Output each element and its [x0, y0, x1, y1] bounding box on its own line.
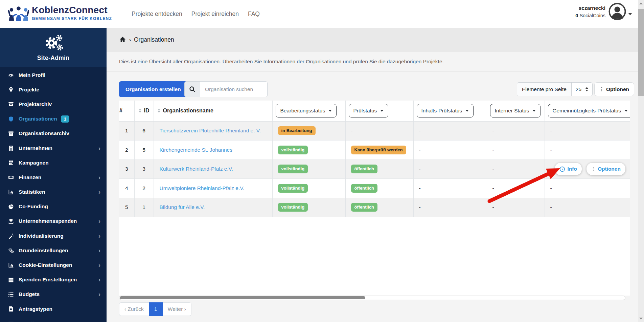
chevron-right-icon: ›: [98, 190, 100, 194]
column-header-id[interactable]: ID: [134, 101, 154, 121]
bar-chart-icon: [8, 262, 15, 268]
per-page-label: Elemente pro Seite: [517, 83, 572, 96]
cell-status: öffentlich: [345, 198, 413, 217]
avatar[interactable]: [608, 3, 626, 20]
info-icon: [559, 166, 565, 172]
nav-link-faq[interactable]: FAQ: [248, 10, 260, 18]
filter-inhalts-pr-fstatus[interactable]: Inhalts-Prüfstatus: [417, 104, 474, 117]
sidebar-item-unternehmensspenden[interactable]: Unternehmensspenden›: [0, 214, 107, 229]
column-header-organisationsname[interactable]: Organisationsname: [154, 101, 272, 121]
sidebar-item-label: Projektarchiv: [19, 101, 52, 107]
cell-row-number: 1: [119, 121, 134, 141]
filter-interner-status[interactable]: Interner Status: [490, 104, 541, 117]
sort-icon[interactable]: [158, 109, 160, 113]
sidebar-item-cookie-einstellungen[interactable]: Cookie-Einstellungen›: [0, 258, 107, 272]
sidebar-item-organisationen[interactable]: Organisationen1: [0, 112, 107, 126]
breadcrumb: › Organisationen: [107, 28, 638, 51]
coins-value: 0: [575, 13, 578, 18]
per-page-select[interactable]: 25: [572, 83, 592, 96]
sidebar-item-spenden-einstellungen[interactable]: Spenden-Einstellungen›: [0, 273, 107, 287]
filter-pr-fstatus[interactable]: Prüfstatus: [349, 104, 389, 117]
status-badge: vollständig: [278, 165, 308, 173]
bar-chart-icon: [8, 189, 15, 195]
table-header-row: #IDOrganisationsnameBearbeitungsstatusPr…: [119, 101, 630, 121]
sidebar-item-label: Cookie-Einstellungen: [19, 262, 72, 268]
sidebar-item-co-funding[interactable]: Co-Funding: [0, 199, 107, 214]
sort-icon[interactable]: [139, 109, 141, 113]
sidebar-item-statistiken[interactable]: Statistiken›: [0, 185, 107, 199]
chevron-right-icon: ›: [98, 277, 100, 282]
sidebar-item-label: Finanzen: [19, 174, 41, 180]
org-link[interactable]: Bildung für Alle e.V.: [154, 204, 205, 210]
sidebar-item-finanzen[interactable]: Finanzen›: [0, 170, 107, 185]
cell-status-empty: -: [545, 198, 630, 217]
sidebar-item-label: Co-Funding: [19, 203, 48, 210]
sidebar-item-antragstypen[interactable]: Antragstypen: [0, 302, 107, 316]
cell-status-empty: -: [413, 121, 487, 141]
table-row: 42Umweltpioniere Rheinland-Pfalz e.V.vol…: [119, 179, 630, 198]
filter-gemeinn-tzigkeits-pr-fstatus[interactable]: Gemeinnützigkeits-Prüfstatus: [548, 104, 630, 117]
home-icon[interactable]: [119, 36, 126, 43]
chevron-right-icon: ›: [98, 175, 100, 180]
sidebar-header: Site-Admin: [0, 28, 107, 67]
org-link[interactable]: Umweltpioniere Rheinland-Pfalz e.V.: [154, 185, 245, 191]
filter-bearbeitungsstatus[interactable]: Bearbeitungsstatus: [276, 104, 337, 117]
cell-row-number: 3: [119, 159, 134, 179]
page-description: Dies ist eine Übersicht aller Organisati…: [107, 52, 638, 71]
pagination-current-page[interactable]: 1: [149, 302, 163, 316]
table-options-button[interactable]: Optionen: [594, 82, 634, 96]
cell-org-name: Bildung für Alle e.V.: [154, 198, 272, 217]
scroll-up-arrow-icon[interactable]: [639, 2, 643, 4]
row-options-button[interactable]: Optionen: [586, 163, 625, 175]
search-input[interactable]: [200, 81, 268, 97]
row-info-button[interactable]: Info: [555, 163, 582, 175]
status-badge: vollständig: [278, 184, 308, 193]
pagination-next[interactable]: Weiter ›: [163, 302, 191, 316]
sidebar-item-projektarchiv[interactable]: Projektarchiv: [0, 97, 107, 111]
horizontal-scrollbar-thumb[interactable]: [120, 296, 365, 299]
select-updown-icon: [585, 87, 588, 91]
nav-link-projekte-entdecken[interactable]: Projekte entdecken: [132, 10, 182, 18]
top-header: KoblenzConnect GEMEINSAM STARK FÜR KOBLE…: [0, 0, 644, 28]
sidebar-item-organisationsarchiv[interactable]: Organisationsarchiv: [0, 126, 107, 141]
count-badge: 1: [61, 115, 69, 123]
archive-icon: [8, 131, 15, 136]
status-badge: Kann überprüft werden: [351, 146, 406, 154]
chevron-right-icon: ›: [98, 146, 100, 151]
org-link[interactable]: Kulturwerk Rheinland-Pfalz e.V.: [154, 166, 233, 172]
shield-icon: [8, 116, 15, 122]
sidebar-item-budgets[interactable]: Budgets›: [0, 287, 107, 302]
sidebar-item-unternehmen[interactable]: Unternehmen›: [0, 141, 107, 155]
filter-label: Gemeinnützigkeits-Prüfstatus: [553, 108, 621, 114]
grid-icon: [8, 160, 15, 166]
sidebar-item-grundeinstellungen[interactable]: Grundeinstellungen›: [0, 243, 107, 258]
cell-org-name: Kirchengemeinde St. Johannes: [154, 141, 272, 160]
sidebar-item-projekte[interactable]: Projekte: [0, 82, 107, 97]
sidebar-item-e-mails[interactable]: E-Mails›: [0, 316, 107, 322]
sidebar-item-mein-profil[interactable]: Mein Profil: [0, 68, 107, 82]
cell-status: öffentlich: [345, 159, 413, 179]
pie-chart-icon: [8, 204, 15, 210]
pagination-prev[interactable]: ‹ Zurück: [119, 302, 149, 316]
org-link[interactable]: Tierschutzverein Pfotenhilfe Rheinland e…: [154, 128, 261, 134]
chevron-right-icon: ›: [98, 219, 100, 223]
nav-link-projekt-einreichen[interactable]: Projekt einreichen: [191, 10, 239, 18]
org-link[interactable]: Kirchengemeinde St. Johannes: [154, 147, 232, 153]
sidebar-item-label: Budgets: [19, 291, 40, 297]
scroll-down-arrow-icon[interactable]: [639, 318, 643, 320]
horizontal-scrollbar[interactable]: [119, 296, 625, 300]
sidebar-item-kampagnen[interactable]: Kampagnen: [0, 155, 107, 170]
sidebar-item-label: Unternehmen: [19, 145, 52, 151]
sidebar-item-label: Organisationsarchiv: [19, 130, 69, 136]
chevron-right-icon: ›: [98, 248, 100, 253]
coins-label: SocialCoins: [579, 13, 605, 18]
create-organisation-button[interactable]: Organisation erstellen: [119, 81, 187, 97]
filter-label: Prüfstatus: [353, 108, 377, 114]
sidebar-item-individualisierung[interactable]: Individualisierung›: [0, 229, 107, 243]
vertical-scrollbar[interactable]: [638, 0, 644, 322]
cell-status-empty: -: [487, 121, 545, 141]
logo[interactable]: KoblenzConnect GEMEINSAM STARK FÜR KOBLE…: [8, 5, 112, 25]
sidebar: Site-Admin Mein ProfilProjekteProjektarc…: [0, 28, 107, 322]
user-menu-caret-icon[interactable]: [628, 13, 632, 15]
vertical-scrollbar-thumb[interactable]: [638, 9, 644, 96]
